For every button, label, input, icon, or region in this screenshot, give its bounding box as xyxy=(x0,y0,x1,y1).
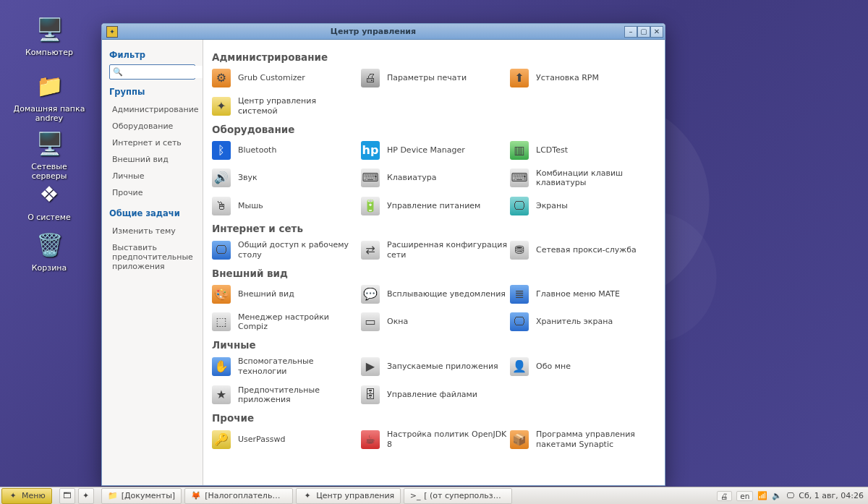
control-item[interactable]: 👤Обо мне xyxy=(510,356,656,377)
control-item[interactable]: ▭Окна xyxy=(361,312,507,333)
section-title: Интернет и сеть xyxy=(212,223,656,234)
maximize-button[interactable]: ▢ xyxy=(637,26,650,38)
control-item[interactable]: 🔊Звук xyxy=(212,168,358,189)
control-item[interactable]: ᛒBluetooth xyxy=(212,141,358,160)
sidebar-group-item[interactable]: Администрирование xyxy=(109,101,195,118)
desktop-icon-network-servers[interactable]: 🖥️Сетевые серверы xyxy=(13,127,85,181)
taskbar-window-label: Центр управления xyxy=(316,491,394,500)
control-item[interactable]: ≣Главное меню MATE xyxy=(510,285,656,304)
sidebar-group-item[interactable]: Оборудование xyxy=(109,118,195,134)
control-item[interactable]: 🗄Управление файлами xyxy=(361,385,507,406)
section-title: Оборудование xyxy=(212,124,656,135)
item-icon: ▭ xyxy=(361,312,380,331)
search-input[interactable] xyxy=(123,66,203,78)
section-title: Прочие xyxy=(212,412,656,424)
sidebar-group-item[interactable]: Интернет и сеть xyxy=(109,134,195,151)
control-item[interactable]: ✋Вспомогательные технологии xyxy=(212,356,358,377)
item-label: Центр управления системой xyxy=(238,96,358,116)
item-icon: ✋ xyxy=(212,357,231,376)
item-icon: ≣ xyxy=(510,285,529,304)
taskbar-app-icon: ✦ xyxy=(302,491,312,501)
clock[interactable]: Сб, 1 авг, 04:26 xyxy=(799,491,864,500)
item-icon: 💬 xyxy=(361,285,380,304)
sidebar-task-item[interactable]: Выставить предпочтительные приложения xyxy=(109,239,195,275)
control-item[interactable]: ⬚Менеджер настройки Compiz xyxy=(212,312,358,333)
tray-volume-icon[interactable]: 🔈 xyxy=(772,491,782,500)
item-icon: ᛒ xyxy=(212,141,231,160)
item-label: Главное меню MATE xyxy=(536,289,620,299)
search-field[interactable]: 🔍 xyxy=(109,64,195,80)
item-icon: ☕ xyxy=(361,430,380,449)
control-item[interactable]: ⇄Расширенная конфигурация сети xyxy=(361,240,507,260)
taskbar-window-button[interactable]: 🦊[Налогоплательщик ЮЛ | … xyxy=(184,488,293,504)
menu-button[interactable]: ✦ Меню xyxy=(1,488,52,504)
about-system-icon: ❖ xyxy=(33,178,65,210)
item-label: Внешний вид xyxy=(238,289,294,299)
main-panel[interactable]: Администрирование⚙Grub Customizer🖨Параме… xyxy=(203,40,665,485)
sidebar-group-item[interactable]: Личные xyxy=(109,168,195,184)
taskbar-window-button[interactable]: 📁[Документы] xyxy=(101,488,182,504)
item-icon: 🗄 xyxy=(361,385,380,404)
control-item[interactable]: 🖱Мышь xyxy=(212,197,358,215)
taskbar-window-button[interactable]: >_[ (от суперпользователя)] xyxy=(404,488,512,504)
control-item[interactable]: ⌨Клавиатура xyxy=(361,168,507,189)
window-titlebar[interactable]: ✦ Центр управления – ▢ ✕ xyxy=(102,24,665,40)
item-label: UserPasswd xyxy=(238,435,285,445)
sidebar-task-item[interactable]: Изменить тему xyxy=(109,223,195,239)
control-item[interactable]: ★Предпочтительные приложения xyxy=(212,385,358,406)
control-item[interactable]: 🖵Экраны xyxy=(510,197,656,215)
item-label: Настройка политик OpenJDK 8 xyxy=(387,430,507,450)
desktop-icon-home-folder[interactable]: 📁Домашняя папка andrey xyxy=(13,69,85,123)
search-icon: 🔍 xyxy=(113,67,123,77)
item-label: Всплывающие уведомления xyxy=(387,289,506,299)
control-item[interactable]: ⌨Комбинации клавиш клавиатуры xyxy=(510,168,656,189)
item-label: Окна xyxy=(387,317,408,327)
tray-network-icon[interactable]: 📶 xyxy=(757,491,767,500)
control-item[interactable]: ✦Центр управления системой xyxy=(212,96,358,116)
control-item[interactable]: 🔋Управление питанием xyxy=(361,197,507,215)
tray-display-icon[interactable]: 🖵 xyxy=(786,491,794,500)
item-label: Параметры печати xyxy=(387,73,467,83)
control-item[interactable]: 🖨Параметры печати xyxy=(361,69,507,87)
item-icon: ⬚ xyxy=(212,312,231,331)
control-item[interactable]: ☕Настройка политик OpenJDK 8 xyxy=(361,430,507,450)
item-icon: ⛃ xyxy=(510,241,529,260)
control-item[interactable]: 🖵Общий доступ к рабочему столу xyxy=(212,240,358,260)
control-item[interactable]: 🎨Внешний вид xyxy=(212,285,358,304)
sidebar-group-item[interactable]: Прочие xyxy=(109,184,195,201)
item-icon: 🖨 xyxy=(361,69,380,87)
item-icon: 📦 xyxy=(510,430,529,449)
item-icon: ★ xyxy=(212,385,231,404)
item-icon: 🖵 xyxy=(212,241,231,260)
taskbar-app-icon: >_ xyxy=(410,491,420,501)
launcher-button[interactable]: ✦ xyxy=(78,488,94,504)
control-item[interactable]: 📦Программа управления пакетами Synaptic xyxy=(510,430,656,450)
desktop-icon-trash[interactable]: 🗑️Корзина xyxy=(13,228,85,273)
control-item[interactable]: 🔑UserPasswd xyxy=(212,430,358,450)
taskbar-window-button[interactable]: ✦Центр управления xyxy=(296,488,401,504)
desktop-icon-computer[interactable]: 🖥️Компьютер xyxy=(13,13,85,57)
control-item[interactable]: ▥LCDTest xyxy=(510,141,656,160)
menu-label: Меню xyxy=(22,491,46,500)
control-item[interactable]: ⛃Сетевая прокси-служба xyxy=(510,240,656,260)
control-item[interactable]: 🖵Хранитель экрана xyxy=(510,312,656,333)
control-item[interactable]: hpHP Device Manager xyxy=(361,141,507,160)
tray-printer-icon[interactable]: 🖨 xyxy=(717,491,732,501)
item-label: Управление питанием xyxy=(387,201,480,211)
item-label: Хранитель экрана xyxy=(536,317,613,327)
item-label: Программа управления пакетами Synaptic xyxy=(536,430,656,450)
sidebar-group-item[interactable]: Внешний вид xyxy=(109,151,195,168)
control-item[interactable]: ⬆Установка RPM xyxy=(510,69,656,87)
computer-icon: 🖥️ xyxy=(33,13,65,45)
control-item[interactable]: ▶Запускаемые приложения xyxy=(361,356,507,377)
control-item[interactable]: 💬Всплывающие уведомления xyxy=(361,285,507,304)
show-desktop-button[interactable]: 🗔 xyxy=(59,488,75,504)
item-label: Сетевая прокси-служба xyxy=(536,245,637,255)
taskbar: ✦ Меню 🗔 ✦ 📁[Документы]🦊[Налогоплательщи… xyxy=(0,487,868,504)
desktop-icon-about-system[interactable]: ❖О системе xyxy=(13,178,85,222)
item-label: Экраны xyxy=(536,201,568,211)
minimize-button[interactable]: – xyxy=(624,26,637,38)
control-item[interactable]: ⚙Grub Customizer xyxy=(212,69,358,87)
close-button[interactable]: ✕ xyxy=(650,26,663,38)
keyboard-layout-indicator[interactable]: en xyxy=(736,491,753,501)
